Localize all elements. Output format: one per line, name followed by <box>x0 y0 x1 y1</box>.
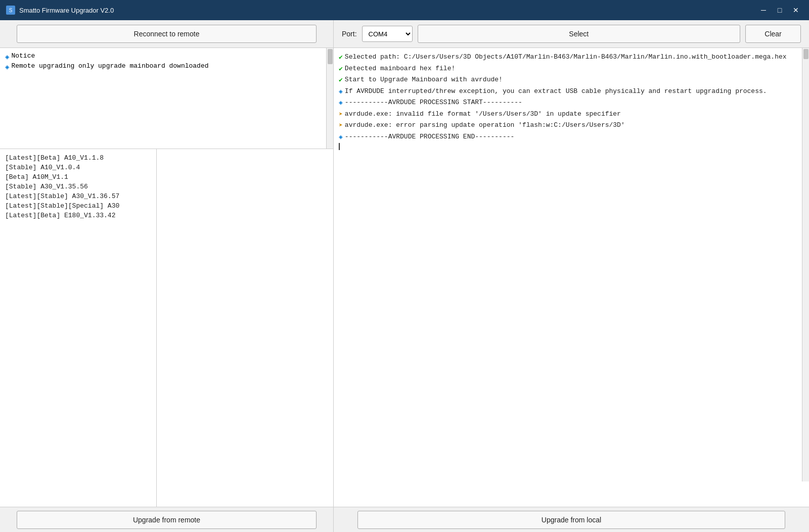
notice-scroll-thumb <box>328 49 333 64</box>
notice-line-2: ◈ Remote upgrading only upgrade mainboar… <box>5 62 328 71</box>
list-item[interactable]: [Latest][Stable][Special] A30 <box>3 201 153 211</box>
bullet-blue-icon-3: ◈ <box>339 132 343 142</box>
bottom-right: Upgrade from local <box>334 507 809 532</box>
log-line-3: ✔ Start to Upgrade Mainboard with avrdud… <box>339 75 804 85</box>
list-item[interactable]: [Stable] A30_V1.35.56 <box>3 182 153 191</box>
log-text-5: -----------AVRDUDE PROCESSING START-----… <box>345 98 804 108</box>
arrow-yellow-icon-1: ➤ <box>339 110 343 120</box>
log-text-7: avrdude.exe: error parsing update operat… <box>345 120 804 130</box>
app-icon: S <box>6 6 15 15</box>
log-text-4: If AVRDUDE interrupted/threw exception, … <box>345 86 804 96</box>
bottom-toolbar: Upgrade from remote Upgrade from local <box>0 507 809 532</box>
notice-area: ◈ Notice ◈ Remote upgrading only upgrade… <box>0 48 333 149</box>
maximize-button[interactable]: □ <box>773 5 787 16</box>
app-body: Reconnect to remote Port: COM4 COM1 COM2… <box>0 20 809 532</box>
bottom-left: Upgrade from remote <box>0 507 334 532</box>
log-scrollbar[interactable] <box>802 48 809 481</box>
right-panel: ✔ Selected path: C:/Users/Users/3D Objec… <box>334 48 809 507</box>
notice-text-2: Remote upgrading only upgrade mainboard … <box>11 62 208 70</box>
toolbar: Reconnect to remote Port: COM4 COM1 COM2… <box>0 20 809 48</box>
log-area: ✔ Selected path: C:/Users/Users/3D Objec… <box>334 48 809 507</box>
upgrade-remote-button[interactable]: Upgrade from remote <box>17 511 317 529</box>
check-green-icon-1: ✔ <box>339 53 343 63</box>
log-text-2: Detected mainboard hex file! <box>345 64 804 74</box>
log-scroll-thumb <box>803 49 808 59</box>
upgrade-local-button[interactable]: Upgrade from local <box>357 511 785 529</box>
main-panels: ◈ Notice ◈ Remote upgrading only upgrade… <box>0 48 809 507</box>
toolbar-left: Reconnect to remote <box>0 20 334 47</box>
list-item[interactable]: [Stable] A10_V1.0.4 <box>3 163 153 172</box>
bullet-blue-icon-1: ◈ <box>339 87 343 97</box>
titlebar: S Smatto Firmware Upgrador V2.0 ─ □ ✕ <box>0 0 809 20</box>
list-item[interactable]: [Latest][Stable] A30_V1.36.57 <box>3 191 153 201</box>
firmware-detail-panel <box>157 149 333 507</box>
notice-scrollbar[interactable] <box>326 48 333 149</box>
bullet-blue-icon-2: ◈ <box>339 98 343 108</box>
log-line-6: ➤ avrdude.exe: invalid file format '/Use… <box>339 109 804 120</box>
minimize-button[interactable]: ─ <box>756 5 771 16</box>
select-button[interactable]: Select <box>418 25 740 43</box>
text-cursor <box>339 143 340 150</box>
check-green-icon-2: ✔ <box>339 64 343 74</box>
window-controls: ─ □ ✕ <box>756 5 803 16</box>
log-text-3: Start to Upgrade Mainboard with avrdude! <box>345 75 804 85</box>
arrow-yellow-icon-2: ➤ <box>339 121 343 131</box>
bullet-icon-1: ◈ <box>5 53 9 61</box>
list-item[interactable]: [Latest][Beta] A10_V1.1.8 <box>3 153 153 163</box>
log-line-7: ➤ avrdude.exe: error parsing update oper… <box>339 120 804 131</box>
clear-button[interactable]: Clear <box>745 25 801 43</box>
reconnect-button[interactable]: Reconnect to remote <box>17 25 317 43</box>
list-item[interactable]: [Beta] A10M_V1.1 <box>3 172 153 182</box>
firmware-area: [Latest][Beta] A10_V1.1.8 [Stable] A10_V… <box>0 149 333 507</box>
list-item[interactable]: [Latest][Beta] E180_V1.33.42 <box>3 211 153 220</box>
log-text-1: Selected path: C:/Users/Users/3D Objects… <box>345 52 804 62</box>
log-text-6: avrdude.exe: invalid file format '/Users… <box>345 109 804 119</box>
log-text-8: -----------AVRDUDE PROCESSING END-------… <box>345 132 804 142</box>
port-label: Port: <box>342 30 357 38</box>
firmware-list[interactable]: [Latest][Beta] A10_V1.1.8 [Stable] A10_V… <box>0 149 157 507</box>
log-line-2: ✔ Detected mainboard hex file! <box>339 64 804 74</box>
log-line-5: ◈ -----------AVRDUDE PROCESSING START---… <box>339 98 804 108</box>
app-title: Smatto Firmware Upgrador V2.0 <box>19 7 114 14</box>
port-select[interactable]: COM4 COM1 COM2 COM3 <box>362 26 413 42</box>
titlebar-left: S Smatto Firmware Upgrador V2.0 <box>6 6 114 15</box>
notice-text-1: Notice <box>11 52 35 60</box>
check-green-icon-3: ✔ <box>339 75 343 85</box>
cursor-line <box>339 143 804 150</box>
notice-line-1: ◈ Notice <box>5 52 328 61</box>
left-panel: ◈ Notice ◈ Remote upgrading only upgrade… <box>0 48 334 507</box>
log-line-8: ◈ -----------AVRDUDE PROCESSING END-----… <box>339 132 804 142</box>
bullet-icon-2: ◈ <box>5 63 9 71</box>
close-button[interactable]: ✕ <box>789 5 803 16</box>
log-line-1: ✔ Selected path: C:/Users/Users/3D Objec… <box>339 52 804 63</box>
toolbar-right: Port: COM4 COM1 COM2 COM3 Select Clear <box>334 20 809 47</box>
log-line-4: ◈ If AVRDUDE interrupted/threw exception… <box>339 86 804 97</box>
